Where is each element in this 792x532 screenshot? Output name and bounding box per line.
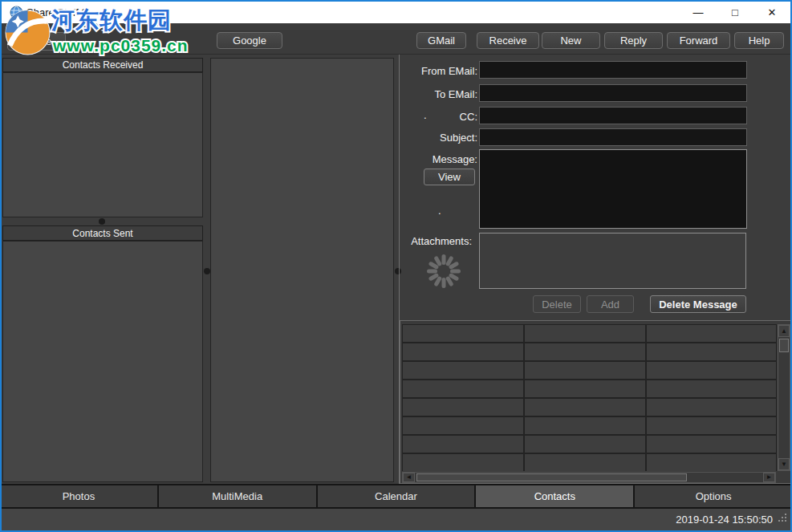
grid-cell[interactable] [647,436,776,453]
grid-cell[interactable] [647,380,776,397]
receive-button[interactable]: Receive [477,32,539,49]
horizontal-scroll-thumb[interactable] [416,473,687,481]
status-bar: 2019-01-24 15:50:50 [0,509,792,532]
tab-contacts[interactable]: Contacts [476,485,635,507]
contacts-sent-label: Contacts Sent [72,228,132,239]
to-email-label: To EMail: [361,88,477,100]
title-bar: Share Stuff 3 — □ ✕ [2,2,790,23]
help-button[interactable]: Help [734,32,784,49]
grid-cell[interactable] [525,436,645,453]
horizontal-scrollbar[interactable]: ◄ ► [402,472,776,483]
message-grid[interactable] [402,324,777,471]
app-icon [10,6,23,22]
status-timestamp: 2019-01-24 15:50:50 [676,514,773,526]
subject-field[interactable] [479,128,747,146]
contacts-sent-list[interactable] [2,241,203,482]
google-button[interactable]: Google [217,32,282,49]
grid-cell[interactable] [525,399,645,416]
scroll-down-button[interactable]: ▼ [778,458,790,470]
window-controls: — □ ✕ [680,2,790,23]
reply-button[interactable]: Reply [604,32,663,49]
attachments-box[interactable] [479,233,746,289]
grid-cell[interactable] [525,362,645,379]
tab-bar: Photos MultiMedia Calendar Contacts Opti… [0,484,792,509]
tab-options[interactable]: Options [635,485,792,507]
from-email-field[interactable] [479,61,747,79]
cc-label: CC: [361,111,477,123]
tab-calendar[interactable]: Calendar [318,485,477,507]
forward-button[interactable]: Forward [667,32,730,49]
delete-message-button[interactable]: Delete Message [650,295,746,313]
grid-cell[interactable] [525,325,645,342]
window-title: Share Stuff 3 [26,6,87,18]
horizontal-splitter-handle[interactable] [99,218,105,225]
vertical-scrollbar[interactable]: ▲ ▼ [778,324,790,471]
gmail-button[interactable]: GMail [416,32,466,49]
vertical-scroll-thumb[interactable] [779,339,789,352]
subject-label: Subject: [361,132,477,144]
contacts-sent-header: Contacts Sent [2,225,203,241]
message-label: Message: [361,153,477,165]
left-splitter-handle[interactable] [204,268,210,274]
grid-cell[interactable] [525,454,645,471]
toolbar: Delete Google GMail Receive New Reply Fo… [2,23,790,55]
grid-cell[interactable] [647,325,776,342]
grid-cell[interactable] [647,399,776,416]
grid-cell[interactable] [403,454,523,471]
tab-multimedia[interactable]: MultiMedia [159,485,318,507]
new-button[interactable]: New [542,32,600,49]
delete-toolbar-button[interactable]: Delete [7,32,66,51]
mid-dot-label: . [438,205,446,217]
scroll-up-button[interactable]: ▲ [778,325,790,337]
app-window: Share Stuff 3 — □ ✕ Delete Google GMail … [0,0,792,532]
grid-cell[interactable] [403,362,523,379]
grid-cell[interactable] [403,343,523,360]
grid-cell[interactable] [525,380,645,397]
resize-grip[interactable] [778,511,787,526]
view-button[interactable]: View [424,169,475,185]
grid-cell[interactable] [525,417,645,434]
tab-photos[interactable]: Photos [0,485,159,507]
from-email-label: From EMail: [361,65,477,77]
scroll-left-button[interactable]: ◄ [403,473,415,482]
grid-cell[interactable] [647,343,776,360]
minimize-button[interactable]: — [680,2,717,23]
grid-cell[interactable] [403,325,523,342]
contacts-received-header: Contacts Received [2,58,203,72]
loading-spinner-icon [426,254,461,292]
grid-cell[interactable] [647,454,776,471]
attachment-delete-button[interactable]: Delete [533,295,581,313]
scroll-right-button[interactable]: ► [763,473,775,482]
attachments-label: Attachments: [361,235,472,247]
close-button[interactable]: ✕ [753,2,790,23]
message-box[interactable] [479,149,747,229]
contacts-received-list[interactable] [2,72,203,217]
grid-cell[interactable] [647,362,776,379]
cc-field[interactable] [479,107,747,124]
right-splitter-handle[interactable] [395,268,401,274]
attachment-add-button[interactable]: Add [587,295,634,313]
to-email-field[interactable] [479,84,747,102]
contacts-received-label: Contacts Received [63,59,144,71]
grid-cell[interactable] [647,417,776,434]
grid-cell[interactable] [403,417,523,434]
maximize-button[interactable]: □ [717,2,753,23]
grid-cell[interactable] [403,380,523,397]
grid-cell[interactable] [403,436,523,453]
grid-cell[interactable] [525,343,645,360]
grid-cell[interactable] [403,399,523,416]
